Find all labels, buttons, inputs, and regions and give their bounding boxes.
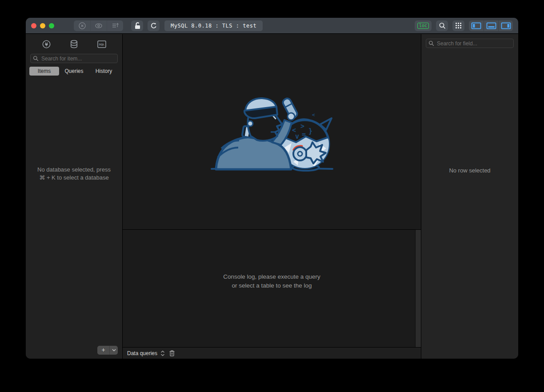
panel-toggle-group xyxy=(469,20,513,31)
console-log-panel: Console log, please execute a query or s… xyxy=(123,230,421,347)
close-window-button[interactable] xyxy=(31,23,36,28)
preview-changes-button[interactable] xyxy=(90,20,107,31)
chevron-down-icon xyxy=(112,349,116,352)
apps-grid-button[interactable] xyxy=(452,20,464,31)
connection-title: MySQL 8.0.18 : TLS : test xyxy=(164,20,263,31)
traffic-lights xyxy=(31,23,54,28)
eye-icon xyxy=(94,21,103,30)
svg-text:v: v xyxy=(295,132,299,140)
titlebar: MySQL 8.0.18 : TLS : test loc xyxy=(26,18,518,34)
grid-icon xyxy=(456,23,461,28)
svg-text:SQL: SQL xyxy=(99,43,105,46)
search-icon xyxy=(438,21,447,30)
updown-chevron-icon xyxy=(160,350,165,356)
console-empty-message: Console log, please execute a query or s… xyxy=(223,273,320,290)
toggle-left-panel-button[interactable] xyxy=(469,20,484,31)
tab-items[interactable]: Items xyxy=(29,67,59,76)
toggle-bottom-panel-button[interactable] xyxy=(484,20,498,31)
queries-type-selector[interactable]: Data queries xyxy=(127,350,165,356)
svg-text:>: > xyxy=(300,122,304,130)
add-item-button[interactable]: + xyxy=(97,346,109,355)
connection-icon xyxy=(42,40,51,49)
svg-text:=: = xyxy=(302,130,306,138)
svg-text:<: < xyxy=(312,112,315,118)
global-search-button[interactable] xyxy=(436,20,448,31)
no-row-message: No row selected xyxy=(421,167,518,174)
sidebar-tabs: Items Queries History xyxy=(29,67,119,76)
tab-queries[interactable]: Queries xyxy=(59,67,89,76)
clear-log-button[interactable] xyxy=(169,350,175,356)
stop-circle-icon xyxy=(78,21,87,30)
toolbar-disabled-group xyxy=(74,20,123,31)
queries-selector-label: Data queries xyxy=(127,350,157,356)
console-footer-bar: Data queries xyxy=(123,347,421,359)
zoom-window-button[interactable] xyxy=(49,23,54,28)
minimize-window-button[interactable] xyxy=(40,23,45,28)
unlock-icon xyxy=(133,21,142,30)
sql-icon: SQL xyxy=(97,40,106,48)
row-detail-panel: No row selected xyxy=(421,34,518,359)
tab-history[interactable]: History xyxy=(89,67,119,76)
search-icon xyxy=(428,40,434,46)
add-item-menu-button[interactable] xyxy=(109,346,118,355)
commit-log-button[interactable] xyxy=(107,20,123,31)
localization-button[interactable]: loc xyxy=(415,20,432,31)
database-icon xyxy=(70,40,78,49)
app-window: MySQL 8.0.18 : TLS : test loc xyxy=(26,18,518,359)
console-scrollbar[interactable] xyxy=(415,230,421,347)
layout-right-icon xyxy=(501,22,511,29)
lock-connection-button[interactable] xyxy=(131,20,143,31)
commit-log-icon xyxy=(111,21,120,30)
no-database-message: No database selected, press ⌘ + K to sel… xyxy=(35,166,114,183)
add-item-split-button: + xyxy=(97,346,118,355)
stop-query-button[interactable] xyxy=(74,20,90,31)
main-pane: < > } = v < xyxy=(123,34,421,359)
svg-text:}: } xyxy=(308,127,312,135)
toggle-right-panel-button[interactable] xyxy=(498,20,513,31)
layout-left-icon xyxy=(471,22,481,29)
empty-state-illustration: < > } = v < xyxy=(205,86,339,177)
table-viewer: < > } = v < xyxy=(123,34,421,230)
left-sidebar: SQL Items Queries History No database se… xyxy=(26,34,123,359)
refresh-icon xyxy=(149,21,158,30)
database-button[interactable] xyxy=(69,39,80,49)
refresh-button[interactable] xyxy=(148,20,160,31)
field-search-input[interactable] xyxy=(426,39,514,48)
sql-editor-button[interactable]: SQL xyxy=(96,39,107,49)
trash-icon xyxy=(169,350,175,356)
connection-button[interactable] xyxy=(41,39,52,49)
layout-bottom-icon xyxy=(486,22,496,29)
loc-badge: loc xyxy=(417,23,429,29)
search-icon xyxy=(33,56,39,61)
item-search-input[interactable] xyxy=(30,54,118,63)
